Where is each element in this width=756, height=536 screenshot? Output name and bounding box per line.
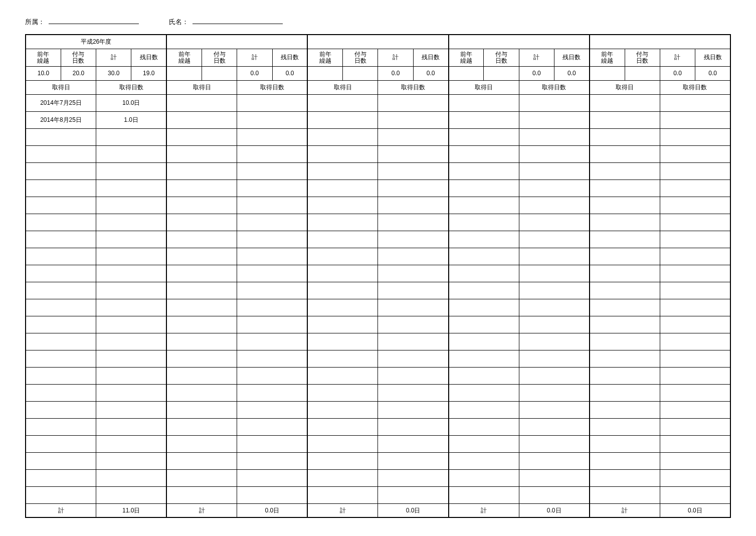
entry-days bbox=[378, 145, 449, 162]
entry-date bbox=[449, 316, 519, 333]
summary-granted bbox=[625, 66, 660, 80]
entry-days bbox=[378, 401, 449, 418]
entry-days bbox=[519, 418, 590, 435]
entry-date bbox=[166, 162, 237, 180]
entry-days bbox=[237, 128, 308, 145]
entry-days bbox=[519, 145, 590, 162]
entry-days bbox=[378, 384, 449, 401]
entry-date bbox=[307, 128, 378, 145]
entry-date bbox=[590, 94, 660, 111]
entry-date bbox=[26, 401, 96, 418]
entry-days bbox=[660, 299, 730, 316]
entry-days bbox=[660, 282, 730, 299]
entry-days bbox=[519, 162, 590, 180]
entry-days bbox=[519, 299, 590, 316]
entry-date bbox=[449, 145, 519, 162]
entry-date bbox=[166, 214, 237, 231]
entry-date bbox=[449, 214, 519, 231]
entry-date bbox=[307, 384, 378, 401]
entry-days bbox=[96, 469, 167, 486]
name-value[interactable] bbox=[193, 15, 283, 24]
entry-date bbox=[590, 282, 660, 299]
entry-days bbox=[237, 452, 308, 469]
entry-days bbox=[96, 231, 167, 248]
entry-days bbox=[519, 401, 590, 418]
entry-days bbox=[519, 435, 590, 452]
summary-carryover: 10.0 bbox=[26, 66, 61, 80]
entry-days bbox=[519, 94, 590, 111]
entry-days bbox=[96, 197, 167, 214]
entry-date bbox=[26, 248, 96, 265]
col-header-acq-days: 取得日数 bbox=[660, 80, 730, 94]
col-header-carryover: 前年 繰越 bbox=[26, 49, 61, 66]
entry-days bbox=[237, 282, 308, 299]
entry-days bbox=[660, 316, 730, 333]
entry-date bbox=[166, 248, 237, 265]
entry-date bbox=[26, 367, 96, 384]
col-header-acq-date: 取得日 bbox=[449, 80, 519, 94]
col-header-acq-days: 取得日数 bbox=[96, 80, 167, 94]
period-title bbox=[590, 35, 730, 49]
affiliation-field: 所属： bbox=[25, 15, 139, 27]
entry-days bbox=[519, 316, 590, 333]
entry-date bbox=[166, 316, 237, 333]
entry-days bbox=[237, 435, 308, 452]
entry-days bbox=[378, 214, 449, 231]
entry-date bbox=[307, 333, 378, 350]
col-header-granted: 付与 日数 bbox=[202, 49, 237, 66]
entry-days bbox=[660, 111, 730, 128]
entry-days bbox=[519, 180, 590, 197]
entry-days bbox=[96, 350, 167, 367]
entry-date bbox=[449, 162, 519, 180]
entry-date bbox=[449, 350, 519, 367]
col-header-carryover: 前年 繰越 bbox=[449, 49, 484, 66]
entry-days bbox=[237, 162, 308, 180]
entry-date bbox=[166, 333, 237, 350]
entry-days bbox=[96, 333, 167, 350]
entry-days bbox=[519, 486, 590, 503]
affiliation-label: 所属： bbox=[25, 18, 45, 27]
entry-days bbox=[378, 128, 449, 145]
entry-date bbox=[590, 333, 660, 350]
entry-date bbox=[26, 128, 96, 145]
entry-days bbox=[660, 248, 730, 265]
entry-days bbox=[660, 180, 730, 197]
entry-days bbox=[378, 367, 449, 384]
entry-days bbox=[378, 299, 449, 316]
entry-days bbox=[96, 367, 167, 384]
entry-days bbox=[660, 197, 730, 214]
entry-date bbox=[449, 282, 519, 299]
summary-carryover bbox=[307, 66, 342, 80]
entry-date bbox=[449, 418, 519, 435]
footer-label: 計 bbox=[307, 503, 378, 517]
entry-date bbox=[26, 299, 96, 316]
entry-days bbox=[237, 316, 308, 333]
entry-date bbox=[590, 452, 660, 469]
entry-days bbox=[237, 197, 308, 214]
entry-days bbox=[237, 265, 308, 282]
entry-date bbox=[449, 299, 519, 316]
entry-date bbox=[590, 214, 660, 231]
entry-days bbox=[519, 350, 590, 367]
entry-date bbox=[307, 316, 378, 333]
entry-days bbox=[519, 282, 590, 299]
summary-remaining: 0.0 bbox=[272, 66, 307, 80]
entry-days bbox=[96, 248, 167, 265]
entry-date bbox=[590, 316, 660, 333]
entry-date bbox=[590, 248, 660, 265]
entry-days bbox=[237, 367, 308, 384]
summary-granted: 20.0 bbox=[61, 66, 96, 80]
entry-days bbox=[519, 111, 590, 128]
entry-date bbox=[26, 452, 96, 469]
entry-days bbox=[96, 214, 167, 231]
col-header-acq-date: 取得日 bbox=[26, 80, 96, 94]
entry-date bbox=[449, 384, 519, 401]
affiliation-value[interactable] bbox=[49, 15, 139, 24]
entry-date bbox=[307, 265, 378, 282]
summary-carryover bbox=[449, 66, 484, 80]
col-header-granted: 付与 日数 bbox=[343, 49, 378, 66]
entry-date bbox=[449, 94, 519, 111]
entry-date bbox=[590, 265, 660, 282]
entry-days bbox=[519, 333, 590, 350]
footer-label: 計 bbox=[590, 503, 660, 517]
